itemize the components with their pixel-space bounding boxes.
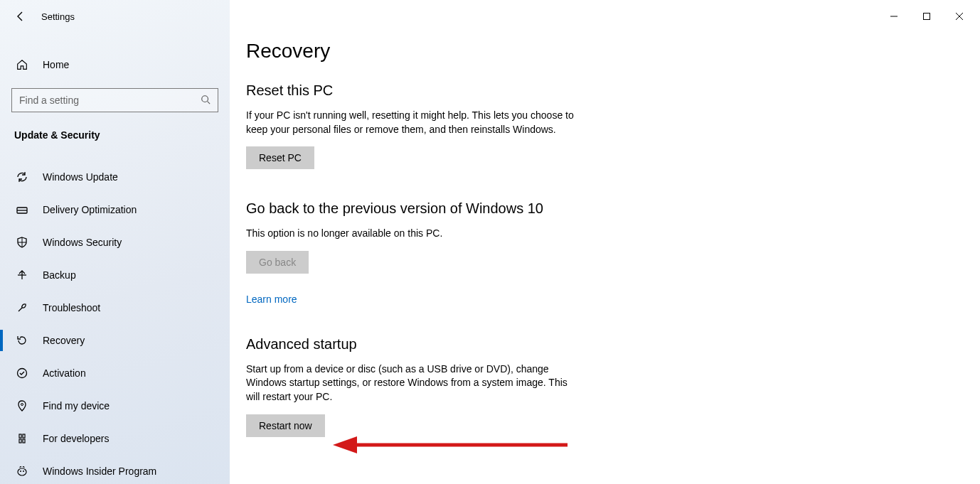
sync-icon <box>16 171 28 183</box>
insider-icon <box>16 465 28 478</box>
location-icon <box>16 399 28 412</box>
sidebar-item-recovery[interactable]: Recovery <box>0 324 230 357</box>
arrow-left-icon <box>15 11 26 22</box>
sidebar-item-find-my-device[interactable]: Find my device <box>0 389 230 422</box>
sidebar-item-label: Delivery Optimization <box>43 204 137 215</box>
sidebar-item-windows-update[interactable]: Windows Update <box>0 161 230 193</box>
section-advanced-startup: Advanced startup Start up from a device … <box>246 336 580 437</box>
check-circle-icon <box>16 367 28 380</box>
svg-rect-11 <box>23 434 25 438</box>
wrench-icon <box>16 301 28 314</box>
section-heading: Reset this PC <box>246 82 580 99</box>
delivery-icon <box>16 203 28 216</box>
recovery-icon <box>16 334 28 347</box>
svg-point-8 <box>18 369 27 378</box>
section-body: Start up from a device or disc (such as … <box>246 362 580 404</box>
svg-point-14 <box>18 468 26 475</box>
go-back-button: Go back <box>246 251 309 274</box>
reset-pc-button[interactable]: Reset PC <box>246 146 314 169</box>
sidebar-home[interactable]: Home <box>0 50 230 80</box>
sidebar: Settings Home Update & Security Windows … <box>0 0 230 484</box>
window-title: Settings <box>41 11 75 22</box>
section-heading: Go back to the previous version of Windo… <box>246 200 580 217</box>
section-go-back: Go back to the previous version of Windo… <box>246 200 580 305</box>
shield-icon <box>16 236 28 249</box>
sidebar-item-label: Windows Security <box>43 237 122 248</box>
svg-point-15 <box>20 470 21 472</box>
svg-rect-13 <box>23 439 25 443</box>
sidebar-item-label: Troubleshoot <box>43 302 100 313</box>
developers-icon <box>16 432 28 445</box>
sidebar-item-label: Backup <box>43 269 76 281</box>
sidebar-item-troubleshoot[interactable]: Troubleshoot <box>0 291 230 324</box>
section-body: This option is no longer available on th… <box>246 227 580 241</box>
svg-point-0 <box>202 95 208 102</box>
restart-now-button[interactable]: Restart now <box>246 414 325 437</box>
svg-point-9 <box>21 404 23 406</box>
back-button[interactable] <box>14 10 27 23</box>
sidebar-item-label: Windows Update <box>43 171 118 183</box>
svg-point-16 <box>23 470 24 472</box>
main-content: Recovery Reset this PC If your PC isn't … <box>246 0 980 484</box>
search-box[interactable] <box>11 88 218 112</box>
sidebar-item-label: Windows Insider Program <box>43 466 156 477</box>
page-title: Recovery <box>246 40 980 63</box>
sidebar-item-windows-security[interactable]: Windows Security <box>0 226 230 259</box>
section-heading: Advanced startup <box>246 336 580 353</box>
backup-icon <box>16 269 28 281</box>
sidebar-item-label: Recovery <box>43 335 85 346</box>
learn-more-link[interactable]: Learn more <box>246 294 297 305</box>
svg-rect-10 <box>19 434 21 438</box>
sidebar-item-label: Activation <box>43 367 86 379</box>
sidebar-category: Update & Security <box>0 112 230 146</box>
search-input[interactable] <box>19 95 201 106</box>
svg-line-1 <box>208 101 211 104</box>
sidebar-item-windows-insider[interactable]: Windows Insider Program <box>0 455 230 484</box>
section-reset-pc: Reset this PC If your PC isn't running w… <box>246 82 580 169</box>
search-icon <box>201 95 211 107</box>
svg-rect-12 <box>19 439 21 443</box>
sidebar-item-label: Find my device <box>43 400 110 412</box>
section-body: If your PC isn't running well, resetting… <box>246 109 580 136</box>
sidebar-item-delivery-optimization[interactable]: Delivery Optimization <box>0 193 230 226</box>
sidebar-item-backup[interactable]: Backup <box>0 259 230 291</box>
sidebar-item-label: For developers <box>43 433 109 444</box>
sidebar-item-for-developers[interactable]: For developers <box>0 422 230 455</box>
home-icon <box>16 58 28 71</box>
sidebar-item-activation[interactable]: Activation <box>0 357 230 389</box>
sidebar-home-label: Home <box>43 59 69 70</box>
